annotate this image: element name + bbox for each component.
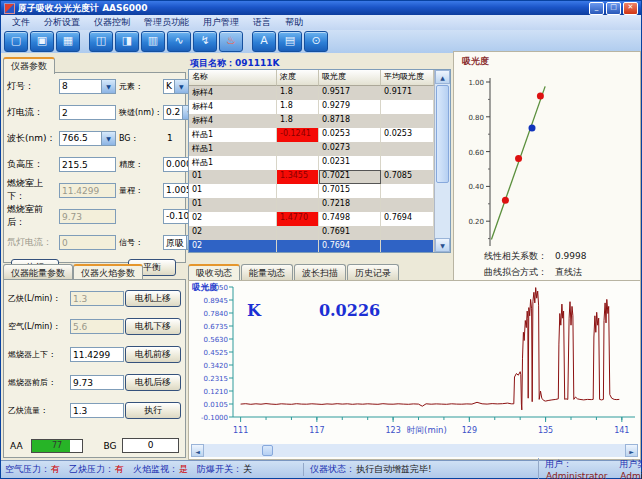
- param-input-left[interactable]: 215.5: [59, 157, 116, 172]
- table-row[interactable]: 标样41.80.9279: [189, 100, 434, 114]
- y-tick-label: 0.3420: [204, 362, 229, 370]
- save-icon[interactable]: ▦: [56, 31, 80, 52]
- flame-param-input[interactable]: 9.73: [70, 375, 124, 390]
- tab-flame-params[interactable]: 仪器火焰参数: [73, 264, 143, 279]
- y-tick-label: 0.6735: [204, 323, 229, 331]
- print-icon[interactable]: ▤: [278, 31, 302, 52]
- table-row[interactable]: 011.34550.70210.7085: [189, 170, 434, 184]
- menu-item[interactable]: 用户管理: [196, 15, 246, 30]
- table-row[interactable]: 010.7218: [189, 198, 434, 212]
- status-item: 乙炔压力：有: [69, 463, 124, 476]
- tab-energy-params[interactable]: 仪器能量参数: [3, 264, 73, 279]
- cell-concentration: [277, 184, 319, 198]
- param-combo-left[interactable]: 8▼: [59, 79, 116, 94]
- param-input-left[interactable]: 2: [59, 105, 116, 120]
- lamp-select-icon[interactable]: ◫: [89, 31, 113, 52]
- column-header[interactable]: 名称: [189, 70, 277, 86]
- user-value: Administrator: [546, 471, 607, 479]
- table-vertical-scrollbar[interactable]: ▲ ▼: [434, 70, 450, 252]
- table-row[interactable]: 标样41.80.8718: [189, 114, 434, 128]
- lamp-energy-icon[interactable]: ◨: [115, 31, 139, 52]
- param-label: 负高压：: [7, 158, 59, 171]
- flame-param-input[interactable]: 1.3: [70, 403, 124, 418]
- column-header[interactable]: 平均吸光度: [381, 70, 434, 86]
- minimize-button[interactable]: _: [589, 2, 604, 15]
- auto-zero-icon[interactable]: A: [252, 31, 276, 52]
- tab-energy[interactable]: 能量动态: [241, 264, 293, 280]
- table-row[interactable]: 021.47700.74980.7694: [189, 212, 434, 226]
- flame-param-label: 燃烧器上下：: [8, 349, 70, 360]
- cell-concentration: 1.8: [277, 100, 319, 114]
- cell-name: 02: [189, 226, 277, 240]
- cell-concentration: -0.1241: [277, 128, 319, 142]
- bg-label: BG: [103, 441, 116, 451]
- column-header[interactable]: 吸光度: [319, 70, 381, 86]
- cell-name: 标样4: [189, 86, 277, 100]
- menu-item[interactable]: 分析设置: [37, 15, 87, 30]
- table-row[interactable]: 样品1-0.12410.02530.0253: [189, 128, 434, 142]
- param-combo-right[interactable]: K▼: [163, 79, 189, 94]
- cell-name: 样品1: [189, 156, 277, 170]
- motor-button[interactable]: 电机上移: [125, 290, 181, 307]
- param-label: 狭缝(nm)：: [119, 107, 163, 118]
- motor-button[interactable]: 电机前移: [125, 346, 181, 363]
- tab-instrument-params[interactable]: 仪器参数: [3, 57, 55, 74]
- chart-horizontal-scrollbar[interactable]: ◄ ►: [191, 444, 638, 457]
- x-axis-label: 时间(min): [407, 425, 447, 435]
- live-reading: K 0.0226: [247, 301, 380, 320]
- status-item: 空气压力：有: [5, 463, 60, 476]
- wavelength-scan-icon[interactable]: ∿: [167, 31, 191, 52]
- scroll-down-icon[interactable]: ▼: [435, 238, 450, 252]
- scroll-left-icon[interactable]: ◄: [191, 444, 204, 457]
- motor-button[interactable]: 电机后移: [125, 374, 181, 391]
- table-row[interactable]: 样品10.0231: [189, 156, 434, 170]
- menu-item[interactable]: 文件: [5, 15, 37, 30]
- scroll-right-icon[interactable]: ►: [625, 444, 638, 457]
- status-item-value: 关: [243, 464, 252, 474]
- table-row[interactable]: 样品10.0273: [189, 142, 434, 156]
- auto-gain-icon[interactable]: ↯: [193, 31, 217, 52]
- flame-param-row: 乙炔(L/min)：1.3电机上移: [3, 284, 186, 312]
- menu-item[interactable]: 语言: [246, 15, 278, 30]
- param-static-value: 1: [163, 133, 173, 143]
- chevron-down-icon[interactable]: ▼: [101, 80, 115, 93]
- table-row[interactable]: 标样41.80.95170.9171: [189, 86, 434, 100]
- tab-history[interactable]: 历史记录: [347, 264, 399, 280]
- table-row[interactable]: 020.7694: [189, 240, 434, 252]
- table-row[interactable]: 020.7691: [189, 226, 434, 240]
- menu-item[interactable]: 仪器控制: [87, 15, 137, 30]
- param-combo-left[interactable]: 766.5▼: [59, 131, 116, 146]
- maximize-button[interactable]: □: [606, 2, 621, 15]
- lamp-position-icon[interactable]: ▥: [141, 31, 165, 52]
- menu-item[interactable]: 帮助: [278, 15, 310, 30]
- window-title: 原子吸收分光光度计 AAS6000: [18, 2, 587, 15]
- flame-icon[interactable]: ♨: [219, 31, 243, 52]
- cell-avg-absorbance: [381, 142, 434, 156]
- cell-absorbance: 0.0231: [319, 156, 381, 170]
- close-button[interactable]: ✕: [623, 2, 638, 15]
- chevron-down-icon[interactable]: ▼: [101, 132, 115, 145]
- chevron-down-icon[interactable]: ▼: [174, 80, 188, 93]
- status-bar: 空气压力：有乙炔压力：有火焰监视：是防爆开关：关 仪器状态： 执行自动增益完毕!…: [1, 460, 641, 478]
- aa-energy-bar: 77: [31, 439, 84, 453]
- motor-button[interactable]: 执行: [125, 402, 181, 419]
- column-header[interactable]: 浓度: [277, 70, 319, 86]
- cell-absorbance: 0.0273: [319, 142, 381, 156]
- y-tick-label: 0.5630: [204, 336, 229, 344]
- instrument-params-panel: 仪器参数 灯号：8▼元素：K▼灯电流：2狭缝(nm)：0.2▼波长(nm)：76…: [3, 57, 186, 263]
- table-row[interactable]: 010.7015: [189, 184, 434, 198]
- hscrollbar-thumb[interactable]: [262, 445, 273, 456]
- app-window: 原子吸收分光光度计 AAS6000 _ □ ✕ 文件分析设置仪器控制管理员功能用…: [0, 0, 642, 479]
- tab-absorption[interactable]: 吸收动态: [188, 264, 240, 280]
- cell-absorbance: 0.7015: [319, 184, 381, 198]
- menu-item[interactable]: 管理员功能: [137, 15, 196, 30]
- power-icon[interactable]: ⊙: [304, 31, 328, 52]
- motor-button[interactable]: 电机下移: [125, 318, 181, 335]
- open-project-icon[interactable]: ▣: [30, 31, 54, 52]
- param-input-disabled-left: 9.73: [59, 209, 116, 224]
- flame-param-input[interactable]: 11.4299: [70, 347, 124, 362]
- scroll-up-icon[interactable]: ▲: [435, 70, 450, 84]
- new-project-icon[interactable]: ▢: [4, 31, 28, 52]
- tab-wavelength-scan[interactable]: 波长扫描: [294, 264, 346, 280]
- scrollbar-thumb[interactable]: [436, 85, 449, 183]
